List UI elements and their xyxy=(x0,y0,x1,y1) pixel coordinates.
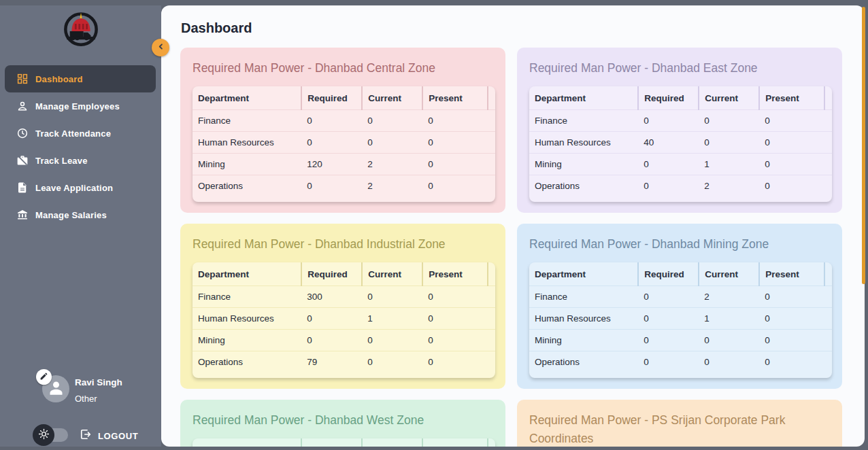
value-cell: 0 xyxy=(422,154,488,175)
logout-label: LOGOUT xyxy=(98,431,138,441)
cell-spacer xyxy=(824,154,832,175)
value-cell: 0 xyxy=(638,308,699,330)
cell-spacer xyxy=(488,110,495,132)
table-row: Human Resources010 xyxy=(193,308,495,330)
value-cell: 0 xyxy=(638,351,699,373)
department-cell: Finance xyxy=(529,286,638,308)
manpower-table: DepartmentRequiredCurrentPresent xyxy=(193,438,495,447)
sidebar-item-label: Leave Application xyxy=(35,183,113,193)
value-cell: 0 xyxy=(301,132,362,154)
sidebar-item-label: Track Leave xyxy=(35,156,88,166)
department-cell: Finance xyxy=(529,110,638,132)
value-cell: 0 xyxy=(301,330,362,351)
table-row: Human Resources010 xyxy=(529,308,832,330)
manpower-table: DepartmentRequiredCurrentPresentFinance0… xyxy=(529,262,832,378)
cell-spacer xyxy=(824,110,832,132)
sidebar: DashboardManage EmployeesTrack Attendanc… xyxy=(0,5,161,447)
card-title: Required Man Power - PS Srijan Corporate… xyxy=(529,411,832,447)
column-header: Current xyxy=(362,262,422,286)
table-row: Human Resources000 xyxy=(193,132,495,154)
manpower-table: DepartmentRequiredCurrentPresentFinance0… xyxy=(529,86,832,202)
value-cell: 0 xyxy=(422,308,488,330)
theme-toggle-thumb[interactable] xyxy=(33,424,54,446)
logout-button[interactable]: LOGOUT xyxy=(79,428,138,443)
card-title: Required Man Power - Dhanbad West Zone xyxy=(193,411,495,430)
sidebar-item-dashboard[interactable]: Dashboard xyxy=(5,65,156,92)
value-cell: 0 xyxy=(759,175,824,197)
value-cell: 0 xyxy=(362,132,422,154)
sidebar-item-manage-salaries[interactable]: Manage Salaries xyxy=(5,201,156,228)
cell-spacer xyxy=(824,308,832,330)
table-row: Operations000 xyxy=(529,351,832,373)
header-row: DepartmentRequiredCurrentPresent xyxy=(529,262,832,286)
table-row: Finance000 xyxy=(193,110,495,132)
person-icon xyxy=(16,100,29,112)
column-header: Required xyxy=(638,262,699,286)
sidebar-item-leave-application[interactable]: Leave Application xyxy=(5,174,156,201)
value-cell: 0 xyxy=(422,132,488,154)
sidebar-collapse-button[interactable] xyxy=(152,39,169,56)
manpower-table: DepartmentRequiredCurrentPresentFinance0… xyxy=(193,86,495,202)
company-logo xyxy=(0,5,161,53)
sidebar-item-track-leave[interactable]: Track Leave xyxy=(5,147,156,174)
column-header: Required xyxy=(301,86,362,110)
department-cell: Operations xyxy=(193,175,301,197)
department-cell: Mining xyxy=(529,330,638,351)
department-cell: Human Resources xyxy=(529,132,638,154)
cell-spacer xyxy=(488,286,495,308)
cell-spacer xyxy=(824,330,832,351)
sidebar-item-track-attendance[interactable]: Track Attendance xyxy=(5,120,156,147)
sidebar-item-manage-employees[interactable]: Manage Employees xyxy=(5,92,156,120)
value-cell: 2 xyxy=(699,175,759,197)
value-cell: 0 xyxy=(422,351,488,373)
value-cell: 0 xyxy=(699,110,759,132)
header-row: DepartmentRequiredCurrentPresent xyxy=(529,86,832,110)
value-cell: 0 xyxy=(422,286,488,308)
logout-icon xyxy=(79,428,93,444)
bank-icon xyxy=(16,209,29,221)
department-cell: Mining xyxy=(193,330,301,351)
clock-icon xyxy=(16,127,29,139)
column-header: Required xyxy=(301,438,362,447)
value-cell: 0 xyxy=(759,132,824,154)
work-off-icon xyxy=(16,154,29,167)
manpower-table: DepartmentRequiredCurrentPresentFinance3… xyxy=(193,262,495,378)
value-cell: 0 xyxy=(301,308,362,330)
sun-icon xyxy=(37,428,50,443)
column-spacer xyxy=(824,86,832,110)
value-cell: 0 xyxy=(759,351,824,373)
dashboard-grid-icon xyxy=(16,73,29,85)
bottom-controls: LOGOUT xyxy=(0,421,161,450)
column-header: Required xyxy=(301,262,362,286)
value-cell: 1 xyxy=(362,308,422,330)
department-cell: Finance xyxy=(193,110,301,132)
header-row: DepartmentRequiredCurrentPresent xyxy=(193,438,495,447)
value-cell: 300 xyxy=(301,286,362,308)
company-emblem-icon xyxy=(61,11,101,53)
value-cell: 0 xyxy=(362,330,422,351)
column-header: Present xyxy=(422,438,488,447)
value-cell: 2 xyxy=(362,154,422,175)
edit-avatar-button[interactable] xyxy=(36,369,52,385)
manpower-card: Required Man Power - Dhanbad East ZoneDe… xyxy=(517,48,842,213)
manpower-card: Required Man Power - Dhanbad West ZoneDe… xyxy=(180,400,505,447)
user-name: Ravi Singh xyxy=(75,377,122,387)
department-cell: Finance xyxy=(193,286,301,308)
department-cell: Operations xyxy=(529,351,638,373)
column-header: Department xyxy=(193,262,301,286)
cell-spacer xyxy=(488,154,495,175)
table-row: Operations7900 xyxy=(193,351,495,373)
manpower-card: Required Man Power - Dhanbad Industrial … xyxy=(180,224,505,389)
column-header: Present xyxy=(422,262,488,286)
table-row: Mining010 xyxy=(529,154,832,175)
column-header: Present xyxy=(759,86,824,110)
cell-spacer xyxy=(488,175,495,197)
value-cell: 0 xyxy=(422,175,488,197)
sidebar-item-label: Manage Salaries xyxy=(35,210,107,220)
card-title: Required Man Power - Dhanbad Central Zon… xyxy=(193,59,495,77)
table-row: Mining000 xyxy=(193,330,495,351)
value-cell: 0 xyxy=(638,154,699,175)
scrollbar-thumb[interactable] xyxy=(862,7,865,284)
value-cell: 79 xyxy=(301,351,362,373)
column-header: Current xyxy=(362,438,422,447)
